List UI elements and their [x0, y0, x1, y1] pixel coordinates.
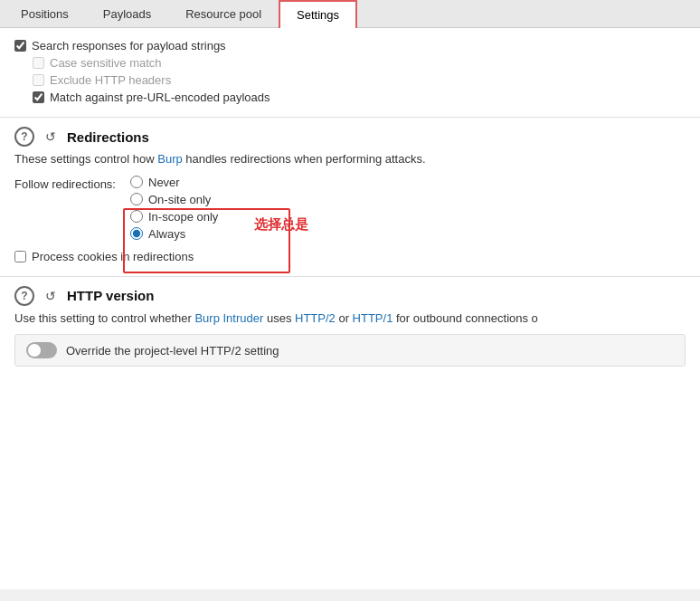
- help-icon[interactable]: ?: [14, 127, 34, 147]
- search-responses-label: Search responses for payload strings: [32, 39, 226, 52]
- match-pre-url-row[interactable]: Match against pre-URL-encoded payloads: [33, 91, 686, 104]
- radio-onsite-row[interactable]: On-site only: [130, 193, 308, 206]
- follow-label: Follow redirections:: [14, 176, 116, 191]
- settings-content: Search responses for payload strings Cas…: [0, 28, 700, 589]
- case-sensitive-checkbox[interactable]: [33, 57, 44, 69]
- tab-resource-pool[interactable]: Resource pool: [168, 0, 279, 28]
- radio-never[interactable]: [130, 176, 143, 188]
- http-help-icon[interactable]: ?: [14, 286, 34, 306]
- http2-toggle[interactable]: [26, 342, 57, 358]
- burp-highlight: Burp: [157, 152, 182, 166]
- http-version-title: HTTP version: [67, 288, 154, 303]
- process-cookies-label: Process cookies in redirections: [32, 250, 194, 263]
- redirections-description: These settings control how Burp handles …: [14, 150, 686, 168]
- radio-inscope-row[interactable]: In-scope only: [130, 210, 218, 224]
- exclude-http-checkbox[interactable]: [33, 74, 44, 86]
- toggle-label: Override the project-level HTTP/2 settin…: [66, 344, 279, 358]
- radio-inscope-label: In-scope only: [148, 210, 218, 224]
- tab-settings[interactable]: Settings: [279, 0, 357, 28]
- toggle-row: Override the project-level HTTP/2 settin…: [14, 334, 686, 367]
- burp-intruder-highlight: Burp Intruder: [194, 311, 263, 325]
- tab-positions[interactable]: Positions: [4, 0, 86, 28]
- redirections-header: ? ↺ Redirections: [14, 127, 686, 147]
- redirections-section: ? ↺ Redirections These settings control …: [0, 118, 700, 277]
- radio-options: Never On-site only In-scope only: [130, 176, 308, 241]
- http-version-description: Use this setting to control whether Burp…: [14, 310, 686, 328]
- radio-never-row[interactable]: Never: [130, 176, 308, 189]
- toggle-slider: [26, 342, 57, 358]
- process-cookies-row[interactable]: Process cookies in redirections: [14, 250, 686, 263]
- radio-always-label: Always: [148, 227, 185, 241]
- redirections-title: Redirections: [67, 129, 149, 145]
- match-pre-url-label: Match against pre-URL-encoded payloads: [50, 91, 270, 104]
- search-responses-checkbox[interactable]: [14, 40, 26, 52]
- tab-payloads[interactable]: Payloads: [86, 0, 168, 28]
- match-pre-url-checkbox[interactable]: [33, 91, 44, 103]
- radio-onsite[interactable]: [130, 193, 143, 205]
- radio-onsite-label: On-site only: [148, 193, 211, 206]
- http1-highlight: HTTP/1: [353, 311, 393, 325]
- process-cookies-checkbox[interactable]: [14, 251, 26, 262]
- exclude-http-row[interactable]: Exclude HTTP headers: [33, 73, 686, 87]
- annotation-text: 选择总是: [254, 216, 308, 234]
- follow-redirections-row: Follow redirections: Never On-site only: [14, 176, 686, 241]
- tab-bar: Positions Payloads Resource pool Setting…: [0, 0, 700, 28]
- radio-always[interactable]: [130, 227, 143, 240]
- case-sensitive-label: Case sensitive match: [50, 56, 162, 70]
- http-reset-icon[interactable]: ↺: [42, 287, 60, 305]
- http-version-header: ? ↺ HTTP version: [14, 286, 686, 306]
- exclude-http-label: Exclude HTTP headers: [50, 73, 171, 87]
- radio-annotation-wrapper: In-scope only Always 选择总是: [130, 210, 308, 241]
- case-sensitive-row[interactable]: Case sensitive match: [33, 56, 686, 70]
- reset-icon[interactable]: ↺: [42, 128, 60, 146]
- search-responses-row[interactable]: Search responses for payload strings: [14, 39, 686, 52]
- radio-always-row[interactable]: Always: [130, 227, 218, 241]
- http-version-section: ? ↺ HTTP version Use this setting to con…: [0, 277, 700, 378]
- search-section: Search responses for payload strings Cas…: [0, 28, 700, 118]
- radio-inscope[interactable]: [130, 210, 143, 223]
- radio-never-label: Never: [148, 176, 180, 189]
- http2-highlight: HTTP/2: [295, 311, 336, 325]
